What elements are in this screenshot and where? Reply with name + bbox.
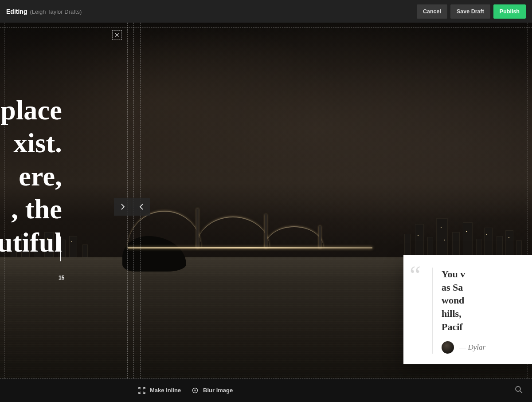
quote-citation: — Dylar xyxy=(442,341,532,354)
blur-image-label: Blur image xyxy=(203,387,233,394)
chevron-right-icon xyxy=(121,204,125,210)
avatar xyxy=(442,341,454,354)
city-skyline xyxy=(0,215,532,257)
make-inline-button[interactable]: Make Inline xyxy=(138,387,181,394)
svg-point-2 xyxy=(516,386,520,391)
blur-icon xyxy=(192,387,199,394)
text-cursor xyxy=(60,236,61,261)
slide-nav xyxy=(114,198,150,216)
collapse-icon xyxy=(138,387,145,394)
quote-line: wond xyxy=(442,294,532,307)
blur-image-button[interactable]: Blur image xyxy=(192,387,233,394)
hero-headline-line: place xyxy=(0,94,62,126)
quote-glyph-icon: “ xyxy=(410,262,421,287)
zoom-search-button[interactable] xyxy=(514,385,525,396)
topbar-actions: Cancel Save Draft Publish xyxy=(417,4,526,19)
close-crop-button[interactable]: ✕ xyxy=(112,30,122,40)
quote-line: as Sa xyxy=(442,281,532,294)
hero-headline-line: ere, xyxy=(0,160,62,193)
hero-headline[interactable]: place xist. ere, , the utiful xyxy=(0,94,62,259)
quote-card[interactable]: “ You v as Sa wond hills, Pacif — Dylar xyxy=(403,255,532,364)
quote-line: Pacif xyxy=(442,320,532,334)
hero-headline-line: utiful xyxy=(0,226,62,259)
prev-slide-button[interactable] xyxy=(132,198,150,216)
quote-line: You v xyxy=(442,268,532,281)
next-slide-button[interactable] xyxy=(114,198,132,216)
publish-button[interactable]: Publish xyxy=(493,4,526,19)
quote-text: You v as Sa wond hills, Pacif xyxy=(442,268,532,333)
editor-topbar: Editing (Leigh Taylor Drafts) Cancel Sav… xyxy=(0,0,532,23)
make-inline-label: Make Inline xyxy=(150,387,181,394)
citation-author: Dylar xyxy=(468,343,485,351)
search-icon xyxy=(514,385,525,394)
editing-mode-label: Editing xyxy=(6,8,27,15)
image-toolbar: Make Inline Blur image xyxy=(0,378,532,402)
citation-prefix: — xyxy=(459,343,468,351)
hero-headline-line: xist. xyxy=(0,126,62,159)
image-tool-group: Make Inline Blur image xyxy=(138,387,233,394)
save-draft-button[interactable]: Save Draft xyxy=(450,4,490,19)
topbar-title-group: Editing (Leigh Taylor Drafts) xyxy=(6,8,82,15)
slide-index-label: 15 xyxy=(59,275,64,281)
editor-canvas[interactable]: ✕ place xist. ere, , the utiful 15 “ You… xyxy=(0,23,532,378)
close-icon: ✕ xyxy=(114,32,120,39)
svg-point-1 xyxy=(194,389,196,391)
crop-guide-top[interactable] xyxy=(0,27,532,28)
chevron-left-icon xyxy=(139,204,143,210)
hero-headline-line: , the xyxy=(0,193,62,225)
quote-line: hills, xyxy=(442,307,532,320)
cancel-button[interactable]: Cancel xyxy=(417,4,447,19)
editing-context-label: (Leigh Taylor Drafts) xyxy=(30,8,82,15)
